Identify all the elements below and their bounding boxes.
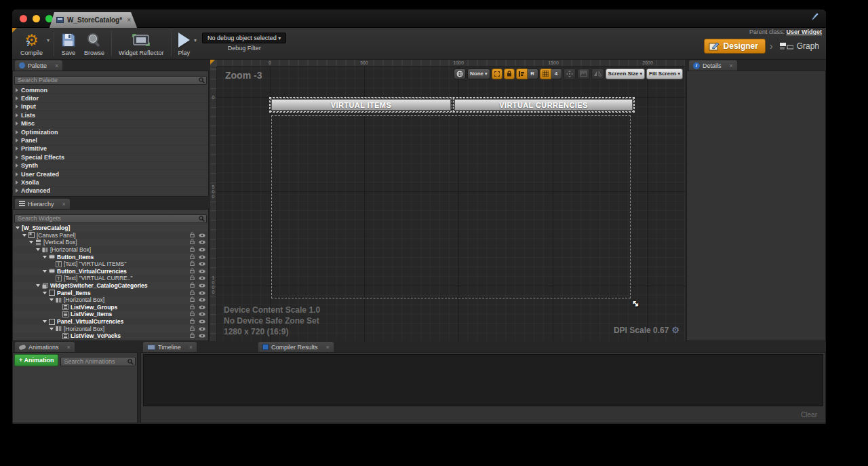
visibility-eye-icon[interactable] bbox=[199, 282, 205, 289]
hierarchy-row[interactable]: [W_StoreCatalog] bbox=[13, 225, 208, 232]
lock-icon[interactable] bbox=[190, 246, 195, 253]
expander-icon[interactable] bbox=[16, 155, 18, 159]
screen-size-dropdown[interactable]: Screen Size ▾ bbox=[606, 69, 645, 79]
visibility-eye-icon[interactable] bbox=[199, 318, 205, 325]
lock-icon[interactable] bbox=[190, 326, 195, 332]
localization-culture-dropdown[interactable]: None ▾ bbox=[467, 69, 490, 79]
palette-category-lists[interactable]: Lists bbox=[13, 111, 208, 119]
lock-icon[interactable] bbox=[190, 296, 195, 303]
palette-tab[interactable]: Palette × bbox=[15, 60, 62, 71]
details-tab-close-icon[interactable]: × bbox=[730, 62, 733, 69]
palette-category-panel[interactable]: Panel bbox=[13, 136, 208, 144]
expander-icon[interactable] bbox=[22, 234, 26, 237]
design-button-virtual-currencies[interactable]: VIRTUAL CURRENCIES bbox=[454, 99, 633, 111]
asset-tab[interactable]: W_StoreCatalog* × bbox=[50, 12, 137, 28]
animations-tab-close-icon[interactable]: × bbox=[67, 344, 71, 351]
expander-icon[interactable] bbox=[29, 241, 33, 244]
preview-background-button[interactable] bbox=[577, 69, 590, 79]
animations-tab[interactable]: Animations × bbox=[15, 342, 75, 352]
hierarchy-row[interactable]: [Vertical Box] bbox=[13, 239, 208, 246]
hierarchy-row[interactable]: Panel_VirtualCurrencies bbox=[13, 318, 208, 326]
lock-icon[interactable] bbox=[190, 311, 195, 317]
visibility-eye-icon[interactable] bbox=[199, 296, 205, 303]
clear-log-button[interactable]: Clear bbox=[801, 411, 817, 419]
lock-icon[interactable] bbox=[190, 275, 195, 281]
compiler-results-tab[interactable]: Compiler Results × bbox=[258, 342, 334, 352]
gear-icon[interactable]: ⚙ bbox=[671, 325, 679, 335]
palette-category-input[interactable]: Input bbox=[13, 103, 208, 111]
expander-icon[interactable] bbox=[16, 172, 18, 176]
palette-category-synth[interactable]: Synth bbox=[13, 162, 208, 170]
palette-category-advanced[interactable]: Advanced bbox=[13, 187, 208, 195]
hierarchy-row[interactable]: T[Text] "VIRTUAL CURRE.." bbox=[13, 275, 208, 282]
palette-category-optimization[interactable]: Optimization bbox=[13, 128, 208, 136]
palette-category-user-created[interactable]: User Created bbox=[13, 170, 208, 178]
alignment-toggle[interactable] bbox=[516, 69, 528, 79]
hierarchy-row[interactable]: [Horizontal Box] bbox=[13, 296, 208, 304]
lock-icon[interactable] bbox=[190, 268, 195, 275]
palette-category-misc[interactable]: Misc bbox=[13, 120, 208, 128]
expander-icon[interactable] bbox=[16, 104, 18, 109]
palette-category-editor[interactable]: Editor bbox=[13, 94, 208, 102]
asset-tab-close-icon[interactable]: × bbox=[127, 16, 131, 24]
expander-icon[interactable] bbox=[16, 147, 18, 151]
visibility-eye-icon[interactable] bbox=[199, 290, 205, 296]
hierarchy-row[interactable]: [Horizontal Box] bbox=[13, 325, 208, 332]
compile-options-caret-icon[interactable]: ▾ bbox=[47, 37, 50, 43]
expander-icon[interactable] bbox=[16, 130, 18, 134]
expander-icon[interactable] bbox=[16, 180, 18, 185]
graph-mode-button[interactable]: Graph bbox=[777, 39, 822, 53]
hierarchy-row[interactable]: ListView_Groups bbox=[13, 304, 208, 311]
hierarchy-row[interactable]: Panel_Items bbox=[13, 289, 208, 296]
visibility-eye-icon[interactable] bbox=[199, 239, 205, 246]
flip-preview-button[interactable] bbox=[591, 69, 604, 79]
visibility-eye-icon[interactable] bbox=[199, 311, 205, 317]
lock-icon[interactable] bbox=[190, 318, 195, 325]
rule-origin-button[interactable]: R bbox=[528, 69, 538, 79]
expander-icon[interactable] bbox=[50, 328, 54, 330]
hierarchy-row[interactable]: Button_VirtualCurrencies bbox=[13, 268, 208, 275]
hierarchy-row[interactable]: ListView_VcPacks bbox=[13, 332, 208, 340]
fill-screen-dropdown[interactable]: Fill Screen ▾ bbox=[646, 69, 683, 79]
designer-mode-button[interactable]: Designer bbox=[704, 39, 766, 54]
expander-icon[interactable] bbox=[50, 298, 54, 301]
palette-category-special-effects[interactable]: Special Effects bbox=[13, 153, 208, 161]
hierarchy-row[interactable]: Button_Items bbox=[13, 253, 208, 260]
grid-snap-size-button[interactable]: 4 bbox=[551, 69, 562, 79]
designer-canvas[interactable]: 0500100015002000 05001000 Zoom -3 None ▾ bbox=[210, 60, 685, 341]
save-button[interactable]: Save bbox=[57, 31, 80, 57]
visibility-eye-icon[interactable] bbox=[199, 268, 205, 275]
hierarchy-search-input[interactable] bbox=[14, 214, 207, 223]
expander-icon[interactable] bbox=[43, 256, 47, 258]
expander-icon[interactable] bbox=[43, 270, 47, 273]
palette-category-xsolla[interactable]: Xsolla bbox=[13, 178, 208, 187]
lock-icon[interactable] bbox=[190, 304, 195, 311]
minimize-window-button[interactable] bbox=[33, 15, 40, 22]
visibility-eye-icon[interactable] bbox=[199, 260, 205, 267]
hierarchy-tab-close-icon[interactable]: × bbox=[62, 201, 66, 208]
palette-category-primitive[interactable]: Primitive bbox=[13, 145, 208, 153]
expander-icon[interactable] bbox=[36, 248, 40, 251]
compiler-results-tab-close-icon[interactable]: × bbox=[326, 344, 329, 351]
lock-icon[interactable] bbox=[190, 232, 195, 239]
visibility-eye-icon[interactable] bbox=[199, 254, 205, 260]
expander-icon[interactable] bbox=[43, 320, 47, 323]
timeline-tab-close-icon[interactable]: × bbox=[189, 344, 193, 351]
compiler-output-area[interactable] bbox=[143, 354, 823, 406]
play-button[interactable]: Play bbox=[174, 31, 195, 57]
palette-search-input[interactable] bbox=[14, 76, 207, 85]
grid-snap-toggle[interactable] bbox=[540, 69, 551, 79]
visibility-eye-icon[interactable] bbox=[199, 246, 205, 253]
expander-icon[interactable] bbox=[16, 227, 20, 229]
palette-category-common[interactable]: Common bbox=[13, 86, 208, 94]
expander-icon[interactable] bbox=[16, 138, 18, 142]
visibility-eye-icon[interactable] bbox=[199, 232, 205, 239]
play-options-caret-icon[interactable]: ▾ bbox=[194, 37, 197, 43]
lock-icon[interactable] bbox=[190, 260, 195, 267]
lock-icon[interactable] bbox=[190, 254, 195, 260]
outline-toggle[interactable] bbox=[492, 69, 502, 79]
browse-button[interactable]: Browse bbox=[80, 31, 108, 57]
visibility-eye-icon[interactable] bbox=[199, 332, 205, 339]
hierarchy-row[interactable]: [Canvas Panel] bbox=[13, 232, 208, 239]
expander-icon[interactable] bbox=[16, 163, 18, 168]
